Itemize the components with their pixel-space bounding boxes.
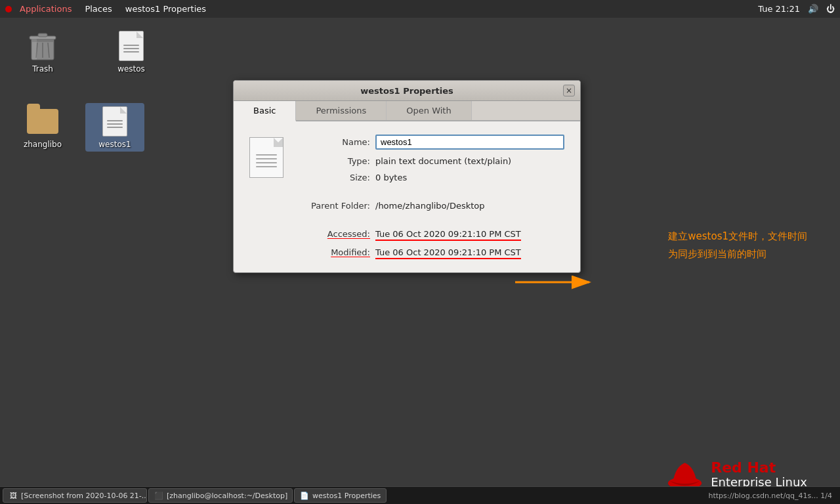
- desktop-icon-trash[interactable]: Trash: [13, 28, 72, 76]
- accessed-field-row: Accessed: Tue 06 Oct 2020 09:21:10 PM CS…: [304, 229, 564, 241]
- taskbar-url: https://blog.csdn.net/qq_41s... 1/4: [708, 492, 837, 500]
- size-field-row: Size: 0 bytes: [304, 173, 564, 182]
- svg-rect-3: [38, 33, 47, 37]
- parent-label: Parent Folder:: [304, 201, 370, 211]
- accessed-label: Accessed:: [304, 229, 370, 239]
- annotation-arrow: [512, 269, 597, 295]
- properties-dialog: westos1 Properties × Basic Permissions O…: [233, 80, 581, 273]
- westos1-file-icon: [99, 106, 131, 137]
- name-field-row: Name:: [304, 135, 564, 150]
- type-field-row: Type: plain text document (text/plain): [304, 156, 564, 166]
- dialog-close-button[interactable]: ×: [563, 85, 575, 96]
- desktop-icon-westos[interactable]: westos: [102, 28, 161, 76]
- svg-rect-7: [32, 39, 37, 60]
- dialog-content: Name: Type: plain text document (text/pl…: [234, 121, 580, 272]
- volume-icon[interactable]: 🔊: [808, 4, 818, 14]
- name-input[interactable]: [375, 135, 564, 150]
- name-label: Name:: [304, 137, 370, 147]
- taskbar-screenshot-icon: 🖼: [9, 491, 18, 500]
- zhanglibo-folder-icon: [27, 106, 58, 137]
- westos1-label: westos1: [98, 140, 131, 149]
- clock: Tue 21:21: [758, 4, 800, 14]
- westos-label: westos: [117, 64, 145, 74]
- modified-field-row: Modified: Tue 06 Oct 2020 09:21:10 PM CS…: [304, 247, 564, 259]
- trash-icon: [27, 30, 58, 62]
- size-value: 0 bytes: [375, 173, 407, 182]
- redhat-brand-name: Red Hat: [711, 460, 807, 476]
- redhat-text: Red Hat Enterprise Linux: [711, 460, 807, 489]
- window-title-menu[interactable]: westos1 Properties: [120, 3, 211, 15]
- annotation-text: 建立westos1文件时，文件时间 为同步到到当前的时间: [668, 228, 807, 263]
- tab-permissions[interactable]: Permissions: [296, 101, 387, 120]
- modified-label: Modified:: [304, 247, 370, 257]
- size-label: Size:: [304, 173, 370, 182]
- menubar: Applications Places westos1 Properties T…: [0, 0, 840, 18]
- applications-menu[interactable]: Applications: [14, 3, 77, 15]
- taskbar-properties-icon: 📄: [300, 491, 309, 500]
- taskbar-item-screenshot[interactable]: 🖼 [Screenshot from 2020-10-06 21-...: [3, 488, 147, 503]
- taskbar-item-properties[interactable]: 📄 westos1 Properties: [294, 488, 387, 503]
- modified-value: Tue 06 Oct 2020 09:21:10 PM CST: [375, 247, 521, 259]
- desktop-icon-westos1[interactable]: westos1: [85, 103, 144, 152]
- taskbar-terminal-icon: ⬛: [154, 491, 163, 500]
- type-value: plain text document (text/plain): [375, 156, 511, 166]
- zhanglibo-label: zhanglibo: [24, 140, 62, 149]
- dialog-title: westos1 Properties: [251, 86, 563, 96]
- tab-basic[interactable]: Basic: [234, 101, 296, 121]
- dialog-file-icon-area: [249, 135, 291, 259]
- power-icon[interactable]: ⏻: [826, 4, 835, 14]
- type-label: Type:: [304, 156, 370, 166]
- trash-label: Trash: [32, 64, 53, 74]
- accessed-value: Tue 06 Oct 2020 09:21:10 PM CST: [375, 229, 521, 241]
- dialog-tabs: Basic Permissions Open With: [234, 101, 580, 121]
- places-menu[interactable]: Places: [79, 3, 117, 15]
- dialog-titlebar: westos1 Properties ×: [234, 81, 580, 101]
- taskbar-item-terminal[interactable]: ⬛ [zhanglibo@localhost:~/Desktop]: [148, 488, 293, 503]
- desktop: Trash westos zhanglibo: [0, 18, 840, 504]
- menubar-right: Tue 21:21 🔊 ⏻: [758, 4, 835, 14]
- taskbar: 🖼 [Screenshot from 2020-10-06 21-... ⬛ […: [0, 486, 840, 504]
- parent-field-row: Parent Folder: /home/zhanglibo/Desktop: [304, 201, 564, 211]
- westos-file-icon: [116, 30, 147, 62]
- parent-value: /home/zhanglibo/Desktop: [375, 201, 485, 211]
- redhat-menu-dot: [5, 6, 12, 12]
- dialog-fields: Name: Type: plain text document (text/pl…: [304, 135, 564, 259]
- desktop-icon-zhanglibo[interactable]: zhanglibo: [13, 103, 72, 152]
- tab-openwith[interactable]: Open With: [387, 101, 471, 120]
